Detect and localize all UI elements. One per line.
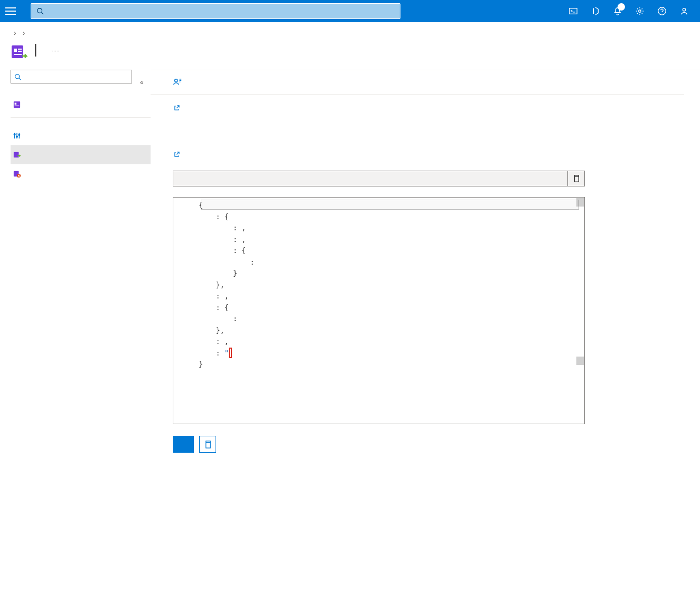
- custom-issue-description: [173, 149, 684, 160]
- copy-api-button[interactable]: [567, 171, 584, 186]
- svg-rect-23: [574, 177, 578, 182]
- properties-icon: [13, 132, 21, 140]
- svg-point-18: [18, 134, 20, 136]
- revoke-credential-icon: [13, 170, 21, 178]
- feedback-button[interactable]: [173, 78, 186, 87]
- hamburger-menu[interactable]: [5, 6, 16, 16]
- svg-point-16: [14, 134, 15, 135]
- learn-more-link[interactable]: [173, 104, 180, 113]
- code-scrollbar[interactable]: [576, 198, 584, 423]
- download-request-body-button[interactable]: [173, 436, 194, 453]
- help-icon[interactable]: [651, 0, 673, 22]
- learn-more-link-2[interactable]: [173, 151, 180, 159]
- code-gutter: [173, 198, 199, 424]
- notifications-icon[interactable]: [607, 0, 628, 22]
- post-api-value: [173, 171, 567, 186]
- svg-rect-14: [15, 103, 17, 105]
- svg-rect-8: [18, 49, 22, 50]
- sidebar-search[interactable]: [11, 70, 132, 83]
- sidebar-item-revoke-credential[interactable]: [11, 164, 151, 183]
- svg-rect-15: [15, 106, 20, 106]
- global-search[interactable]: [31, 3, 400, 19]
- resource-type-icon: [11, 43, 27, 60]
- svg-line-1: [42, 13, 44, 15]
- svg-point-22: [175, 79, 178, 81]
- svg-line-12: [19, 78, 21, 79]
- cloud-shell-icon[interactable]: [563, 0, 584, 22]
- sidebar-search-input[interactable]: [23, 73, 128, 81]
- svg-rect-7: [14, 49, 17, 52]
- svg-rect-10: [14, 54, 22, 55]
- more-actions-button[interactable]: ···: [51, 46, 60, 54]
- settings-icon[interactable]: [629, 0, 650, 22]
- code-text: { : { : , : , : { : } }, : , : { : }, : …: [199, 198, 584, 424]
- svg-point-17: [16, 136, 18, 137]
- page-title: |: [34, 41, 38, 58]
- svg-rect-2: [570, 8, 577, 14]
- svg-point-11: [15, 74, 20, 78]
- notifications-badge: [618, 3, 625, 11]
- sidebar-item-issue-credential[interactable]: [11, 145, 151, 164]
- svg-point-0: [38, 8, 42, 13]
- svg-point-5: [683, 8, 685, 11]
- global-search-input[interactable]: [48, 7, 395, 15]
- issue-credential-icon: [13, 151, 21, 159]
- svg-rect-9: [18, 51, 22, 52]
- breadcrumb: › ›: [0, 22, 700, 39]
- external-link-icon: [174, 105, 180, 111]
- svg-rect-24: [206, 442, 210, 447]
- external-link-icon: [174, 152, 180, 157]
- copy-icon: [573, 175, 580, 182]
- svg-rect-19: [14, 152, 19, 158]
- account-icon[interactable]: [674, 0, 695, 22]
- search-icon: [14, 73, 21, 80]
- post-api-field: [173, 171, 585, 186]
- details-icon: [13, 100, 21, 109]
- copy-icon: [204, 441, 212, 448]
- copy-request-body-button[interactable]: [199, 436, 216, 453]
- svg-point-4: [658, 7, 666, 15]
- svg-point-3: [639, 10, 641, 13]
- collapse-sidebar-button[interactable]: «: [140, 79, 144, 86]
- section-description: [173, 103, 684, 114]
- directories-icon[interactable]: [585, 0, 606, 22]
- sidebar-item-properties[interactable]: [11, 126, 151, 145]
- feedback-icon: [173, 78, 182, 87]
- search-icon: [36, 7, 44, 15]
- request-body-editor[interactable]: { : { : , : , : { : } }, : , : { : }, : …: [173, 197, 585, 424]
- sidebar-item-details[interactable]: [11, 95, 151, 114]
